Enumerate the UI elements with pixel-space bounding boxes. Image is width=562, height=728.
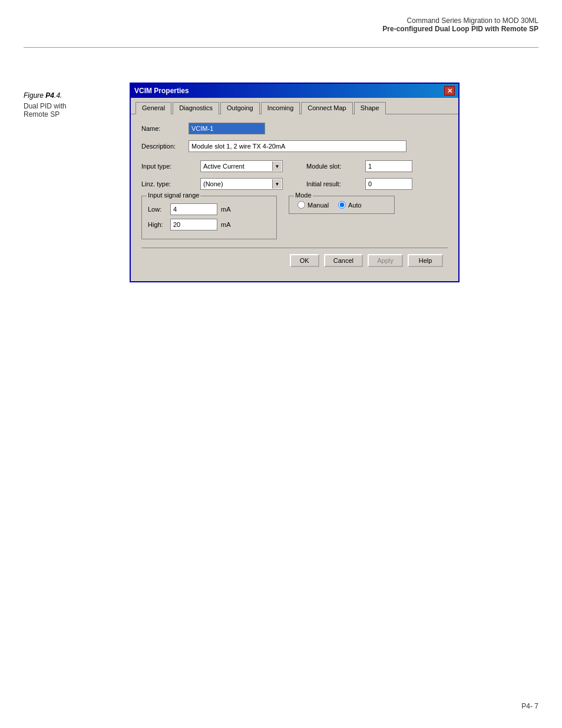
high-range-row: High: mA — [148, 219, 270, 230]
tab-diagnostics[interactable]: Diagnostics — [173, 102, 219, 114]
manual-radio[interactable] — [297, 201, 305, 209]
tab-connect-map[interactable]: Connect Map — [301, 102, 352, 114]
manual-label: Manual — [308, 202, 329, 209]
auto-radio-group: Auto — [338, 201, 362, 209]
high-label: High: — [148, 221, 167, 228]
manual-radio-group: Manual — [297, 201, 329, 209]
tab-shape[interactable]: Shape — [354, 102, 386, 114]
tab-general[interactable]: General — [135, 102, 171, 114]
figure-label: Figure P4.4. Dual PID with Remote SP — [24, 91, 118, 118]
name-input[interactable] — [189, 123, 265, 134]
linz-type-row: Linz. type: (None) ▼ Initial result: — [141, 178, 448, 190]
linz-type-select[interactable]: (None) — [200, 178, 283, 190]
high-input[interactable] — [170, 219, 217, 230]
range-box-title: Input signal range — [147, 192, 200, 199]
linz-type-label: Linz. type: — [141, 180, 189, 187]
input-type-select-wrapper: Active Current ▼ — [200, 160, 283, 172]
description-input[interactable] — [189, 140, 406, 152]
tab-outgoing[interactable]: Outgoing — [220, 102, 260, 114]
description-label: Description: — [141, 143, 189, 150]
name-label: Name: — [141, 125, 189, 132]
mode-box: Mode Manual Auto — [289, 196, 395, 214]
tab-incoming[interactable]: Incoming — [261, 102, 300, 114]
vcim-properties-dialog: VCIM Properties ✕ General Diagnostics Ou… — [130, 83, 459, 282]
module-slot-label: Module slot: — [306, 163, 353, 170]
mode-box-title: Mode — [294, 192, 313, 199]
low-range-row: Low: mA — [148, 203, 270, 215]
module-slot-input[interactable] — [365, 160, 412, 172]
auto-label: Auto — [348, 202, 362, 209]
initial-result-label: Initial result: — [306, 180, 353, 187]
dialog-title-bar: VCIM Properties ✕ — [131, 84, 458, 98]
lower-section: Input signal range Low: mA High: mA Mode… — [141, 196, 448, 239]
apply-button[interactable]: Apply — [368, 254, 403, 267]
initial-result-input[interactable] — [365, 178, 412, 190]
page-header: Command Series Migration to MOD 30ML Pre… — [382, 17, 538, 33]
help-button[interactable]: Help — [408, 254, 443, 267]
tab-bar: General Diagnostics Outgoing Incoming Co… — [131, 98, 458, 114]
auto-radio[interactable] — [338, 201, 346, 209]
page-footer: P4- 7 — [521, 702, 538, 710]
linz-type-select-wrapper: (None) ▼ — [200, 178, 283, 190]
low-label: Low: — [148, 206, 167, 213]
button-row: OK Cancel Apply Help — [141, 248, 448, 273]
close-button[interactable]: ✕ — [444, 86, 455, 95]
header-subtitle: Pre-configured Dual Loop PID with Remote… — [382, 25, 538, 33]
input-type-row: Input type: Active Current ▼ Module slot… — [141, 160, 448, 172]
input-type-select[interactable]: Active Current — [200, 160, 283, 172]
dialog-content: Name: Description: Input type: Active Cu… — [131, 114, 458, 281]
ok-button[interactable]: OK — [290, 254, 319, 267]
low-unit: mA — [221, 206, 231, 213]
figure-description: Dual PID with Remote SP — [24, 102, 118, 118]
figure-title: Figure P4.4. — [24, 91, 118, 100]
low-input[interactable] — [170, 203, 217, 215]
input-signal-range-box: Input signal range Low: mA High: mA — [141, 196, 277, 239]
cancel-button[interactable]: Cancel — [324, 254, 363, 267]
high-unit: mA — [221, 221, 231, 228]
dialog-title: VCIM Properties — [134, 87, 189, 95]
name-row: Name: — [141, 123, 448, 134]
input-type-label: Input type: — [141, 163, 189, 170]
page-rule — [24, 47, 538, 48]
description-row: Description: — [141, 140, 448, 152]
page-number: P4- 7 — [521, 702, 538, 710]
header-title: Command Series Migration to MOD 30ML — [382, 17, 538, 25]
